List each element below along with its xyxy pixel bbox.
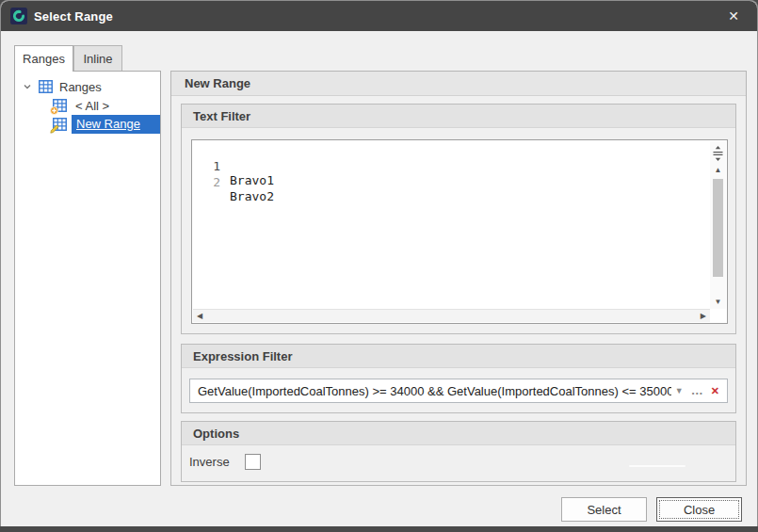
line-number: 2 xyxy=(192,175,220,189)
select-button[interactable]: Select xyxy=(561,497,647,522)
app-logo-icon xyxy=(10,8,27,24)
vertical-scrollbar[interactable]: ▲ ▼ xyxy=(710,141,726,309)
options-group: Options Inverse xyxy=(181,421,736,482)
pencil-badge-icon xyxy=(50,124,59,134)
line-text: Bravo2 xyxy=(230,189,274,203)
table-add-icon xyxy=(53,99,67,112)
new-range-panel: New Range Text Filter 1 Bravo1 2 Bravo2 xyxy=(170,71,747,486)
divider xyxy=(629,465,685,467)
scroll-right-icon[interactable]: ▶ xyxy=(701,311,706,322)
panel-title: New Range xyxy=(171,72,746,96)
plus-badge-icon xyxy=(50,106,58,115)
tree-item-all[interactable]: < All > xyxy=(15,96,160,115)
tree-item-label: < All > xyxy=(75,99,109,113)
window-title: Select Range xyxy=(34,9,113,24)
scrollbar-thumb[interactable] xyxy=(713,179,723,277)
text-filter-editor[interactable]: 1 Bravo1 2 Bravo2 xyxy=(191,139,728,324)
expression-filter-group: Expression Filter GetValue(ImportedCoalT… xyxy=(181,344,736,413)
scroll-up-icon[interactable]: ▲ xyxy=(710,166,726,175)
text-filter-title: Text Filter xyxy=(182,105,735,128)
tree-item-ranges-root[interactable]: Ranges xyxy=(15,77,160,96)
table-edit-icon xyxy=(53,118,67,131)
tree-item-label-selected: New Range xyxy=(72,115,160,134)
titlebar: Select Range ✕ xyxy=(1,1,757,31)
tree-item-new-range[interactable]: New Range xyxy=(15,115,160,134)
inverse-checkbox[interactable] xyxy=(245,454,261,470)
options-title: Options xyxy=(182,422,735,445)
expression-filter-title: Expression Filter xyxy=(182,345,735,368)
close-icon[interactable]: ✕ xyxy=(723,1,744,31)
horizontal-scrollbar[interactable]: ◀ ▶ xyxy=(193,309,710,322)
expression-filter-input[interactable]: GetValue(ImportedCoalTonnes) >= 34000 &&… xyxy=(189,379,728,403)
clear-expression-icon[interactable]: ✕ xyxy=(711,385,719,397)
close-button[interactable]: Close xyxy=(656,497,742,522)
ellipsis-button[interactable]: … xyxy=(691,386,703,395)
tree-item-label: Ranges xyxy=(59,80,102,94)
chevron-down-icon[interactable] xyxy=(23,82,32,91)
split-handle-icon[interactable] xyxy=(710,145,726,162)
tab-ranges[interactable]: Ranges xyxy=(14,45,73,72)
select-range-dialog: Select Range ✕ Ranges Inline Ranges xyxy=(0,0,758,526)
ranges-tree: Ranges < All > xyxy=(14,71,161,486)
table-icon xyxy=(39,80,53,93)
text-filter-group: Text Filter 1 Bravo1 2 Bravo2 xyxy=(181,104,736,334)
dropdown-arrow-icon[interactable]: ▼ xyxy=(675,386,684,395)
scroll-down-icon[interactable]: ▼ xyxy=(710,298,726,307)
scroll-left-icon[interactable]: ◀ xyxy=(197,311,202,322)
inverse-label: Inverse xyxy=(189,455,230,469)
expression-filter-value[interactable]: GetValue(ImportedCoalTonnes) >= 34000 &&… xyxy=(190,384,671,398)
tab-inline[interactable]: Inline xyxy=(73,45,122,72)
